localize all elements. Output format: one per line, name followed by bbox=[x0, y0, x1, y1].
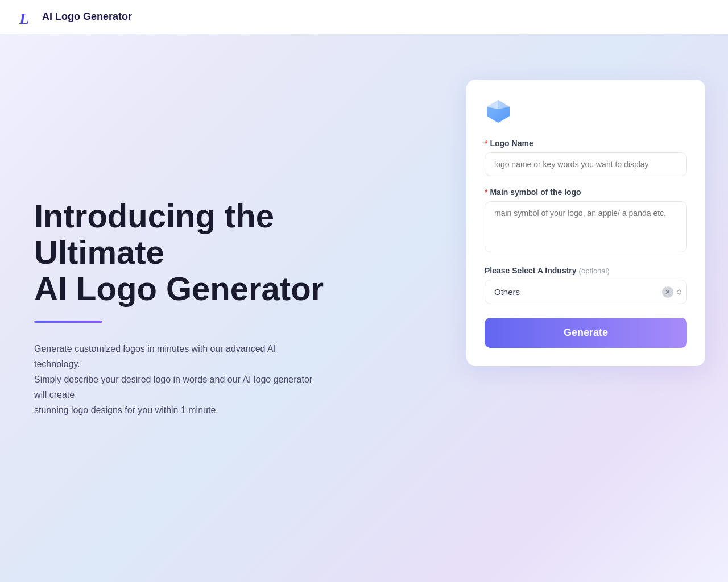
logo-name-input[interactable] bbox=[485, 152, 687, 176]
industry-label-text: Please Select A Industry bbox=[485, 266, 577, 275]
app-logo-icon: L bbox=[18, 8, 36, 26]
symbol-label: * Main symbol of the logo bbox=[485, 188, 687, 197]
logo-name-label-text: Logo Name bbox=[490, 139, 533, 148]
industry-select[interactable]: Others Technology Healthcare Finance Edu… bbox=[485, 280, 687, 304]
hero-section: Introducing the Ultimate AI Logo Generat… bbox=[0, 34, 466, 582]
symbol-input[interactable] bbox=[485, 201, 687, 252]
hero-description: Generate customized logos in minutes wit… bbox=[34, 341, 318, 418]
form-section: * Logo Name * Main symbol of the logo Pl… bbox=[466, 34, 728, 582]
form-card: * Logo Name * Main symbol of the logo Pl… bbox=[466, 80, 705, 366]
headline-line2: Ultimate bbox=[34, 234, 164, 271]
desc-line3: stunning logo designs for you within 1 m… bbox=[34, 405, 218, 415]
industry-select-wrapper: Others Technology Healthcare Finance Edu… bbox=[485, 280, 687, 304]
industry-label: Please Select A Industry (optional) bbox=[485, 266, 687, 275]
headline-line1: Introducing the bbox=[34, 197, 274, 234]
logo-name-required: * bbox=[485, 139, 487, 148]
generate-button[interactable]: Generate bbox=[485, 318, 687, 348]
select-icons: ✕ bbox=[662, 286, 682, 298]
desc-line1: Generate customized logos in minutes wit… bbox=[34, 344, 276, 369]
clear-select-button[interactable]: ✕ bbox=[662, 286, 673, 298]
card-logo-icon bbox=[485, 98, 687, 139]
app-title: AI Logo Generator bbox=[42, 11, 132, 23]
hero-headline: Introducing the Ultimate AI Logo Generat… bbox=[34, 198, 432, 306]
industry-optional: (optional) bbox=[579, 267, 610, 275]
logo-name-label: * Logo Name bbox=[485, 139, 687, 148]
svg-marker-4 bbox=[487, 107, 510, 123]
headline-line3: AI Logo Generator bbox=[34, 270, 324, 307]
svg-text:L: L bbox=[19, 10, 29, 26]
headline-underline bbox=[34, 321, 102, 323]
header-logo: L AI Logo Generator bbox=[18, 8, 132, 26]
symbol-required: * bbox=[485, 188, 487, 197]
main-content: Introducing the Ultimate AI Logo Generat… bbox=[0, 34, 728, 582]
header: L AI Logo Generator bbox=[0, 0, 728, 34]
desc-line2: Simply describe your desired logo in wor… bbox=[34, 375, 312, 400]
chevron-updown-icon bbox=[676, 289, 682, 296]
symbol-label-text: Main symbol of the logo bbox=[490, 188, 581, 197]
